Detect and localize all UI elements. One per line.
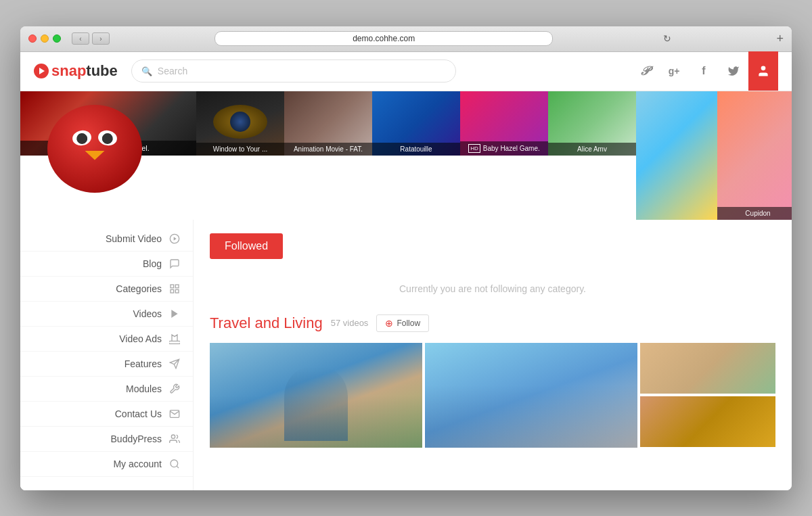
sidebar-label-buddypress: BuddyPress: [111, 433, 162, 444]
hero-cell-8[interactable]: Cupidon: [717, 91, 792, 220]
header-icons: 𝒫 g+ f: [629, 51, 778, 91]
pinterest-icon[interactable]: 𝒫: [629, 51, 659, 91]
svg-rect-6: [175, 289, 179, 293]
hero-cell-4[interactable]: Ratatouille: [372, 91, 460, 156]
sidebar-label-my-account: My account: [113, 459, 162, 469]
submit-video-icon: [168, 233, 181, 245]
sidebar-item-categories[interactable]: Categories: [20, 277, 193, 302]
followed-button[interactable]: Followed: [210, 233, 283, 259]
hero-cell-2[interactable]: Window to Your ...: [196, 91, 284, 156]
maximize-button[interactable]: [53, 34, 61, 43]
search-bar[interactable]: 🔍 Search: [131, 60, 456, 83]
hero-label-2: Window to Your ...: [196, 143, 284, 156]
hero-cell-5[interactable]: HD Baby Hazel Game.: [460, 91, 548, 156]
hero-label-6: Alice Amv: [548, 143, 636, 156]
user-icon[interactable]: [748, 51, 778, 91]
nav-buttons: ‹ ›: [72, 32, 110, 45]
svg-line-10: [177, 466, 179, 468]
follow-btn-label: Follow: [397, 319, 420, 328]
svg-point-8: [171, 435, 175, 438]
svg-marker-2: [174, 237, 177, 240]
sidebar-item-buddypress[interactable]: BuddyPress: [20, 427, 193, 452]
hero-cell-3[interactable]: Animation Movie - FAT.: [284, 91, 372, 156]
hero-cell-1[interactable]: Animation Movie - Sintel.: [20, 91, 196, 156]
categories-icon: [168, 283, 181, 295]
sidebar-label-video-ads: Video Ads: [119, 333, 162, 344]
main-content: Followed Currently you are not following…: [194, 220, 792, 490]
video-thumbnail-2[interactable]: [425, 343, 637, 448]
sidebar-item-features[interactable]: Features: [20, 352, 193, 377]
buddypress-icon: [168, 433, 181, 445]
reload-button[interactable]: ↻: [663, 33, 671, 44]
url-text: demo.cohhe.com: [353, 34, 415, 43]
sidebar: Submit Video Blog Categories: [20, 220, 194, 490]
svg-point-0: [761, 66, 766, 71]
modules-icon: [168, 383, 181, 395]
sidebar-item-contact-us[interactable]: Contact Us: [20, 402, 193, 427]
svg-rect-3: [171, 285, 174, 288]
facebook-icon[interactable]: f: [689, 51, 719, 91]
category-title: Travel and Living: [210, 314, 323, 332]
sidebar-label-videos: Videos: [133, 308, 162, 319]
site-header: snaptube 🔍 Search 𝒫 g+ f: [20, 52, 792, 91]
hero-label-8: Cupidon: [717, 207, 792, 220]
close-button[interactable]: [28, 34, 37, 43]
svg-rect-5: [171, 289, 174, 293]
hero-label-5: HD Baby Hazel Game.: [460, 141, 548, 156]
sidebar-label-features: Features: [125, 358, 162, 369]
hero-label-4: Ratatouille: [372, 143, 460, 156]
video-ads-icon: [168, 333, 181, 345]
video-thumbnail-1[interactable]: [210, 343, 422, 448]
new-tab-button[interactable]: +: [776, 32, 784, 45]
category-header: Travel and Living 57 videos ⊕ Follow: [210, 314, 775, 332]
sidebar-label-blog: Blog: [143, 258, 162, 269]
logo-play-icon: [34, 64, 49, 78]
sidebar-item-submit-video[interactable]: Submit Video: [20, 227, 193, 252]
svg-point-9: [171, 460, 178, 467]
traffic-lights: [28, 34, 61, 43]
hero-cell-6[interactable]: Alice Amv: [548, 91, 636, 156]
browser-titlebar: ‹ › demo.cohhe.com ↻ +: [20, 26, 792, 52]
back-button[interactable]: ‹: [72, 32, 89, 45]
my-account-icon: [168, 458, 181, 470]
browser-window: ‹ › demo.cohhe.com ↻ + snaptube 🔍 Search…: [20, 26, 792, 490]
features-icon: [168, 358, 181, 370]
video-thumbnail-stack: [640, 343, 775, 448]
sidebar-item-videos[interactable]: Videos: [20, 302, 193, 327]
follow-plus-icon: ⊕: [385, 318, 393, 329]
sidebar-item-video-ads[interactable]: Video Ads: [20, 327, 193, 352]
video-count: 57 videos: [331, 318, 369, 328]
twitter-icon[interactable]: [719, 51, 748, 91]
sidebar-label-contact-us: Contact Us: [115, 408, 162, 419]
logo-text: snaptube: [51, 62, 118, 80]
page: snaptube 🔍 Search 𝒫 g+ f: [20, 52, 792, 490]
hero-cell-7[interactable]: [636, 91, 717, 220]
hero-banner: Animation Movie - Sintel.: [20, 91, 792, 220]
sidebar-label-modules: Modules: [126, 383, 162, 394]
logo[interactable]: snaptube: [34, 62, 118, 80]
video-thumbnail-3a[interactable]: [640, 343, 775, 394]
video-grid: [210, 343, 775, 448]
search-placeholder: Search: [158, 66, 187, 76]
hero-label-3: Animation Movie - FAT.: [284, 143, 372, 156]
video-thumbnail-3b[interactable]: [640, 396, 775, 447]
sidebar-item-blog[interactable]: Blog: [20, 252, 193, 277]
empty-follow-message: Currently you are not following any cate…: [210, 270, 775, 314]
sidebar-label-submit-video: Submit Video: [106, 233, 162, 244]
blog-icon: [168, 258, 181, 270]
search-icon: 🔍: [141, 66, 152, 76]
sidebar-item-modules[interactable]: Modules: [20, 377, 193, 402]
minimize-button[interactable]: [41, 34, 49, 43]
contact-icon: [168, 408, 181, 420]
svg-rect-4: [175, 285, 179, 288]
videos-icon: [168, 308, 181, 320]
follow-button[interactable]: ⊕ Follow: [376, 314, 429, 332]
forward-button[interactable]: ›: [92, 32, 110, 45]
sidebar-item-my-account[interactable]: My account: [20, 452, 193, 477]
content-area: Submit Video Blog Categories: [20, 220, 792, 490]
address-bar[interactable]: demo.cohhe.com: [215, 31, 553, 46]
svg-marker-7: [171, 310, 177, 318]
googleplus-icon[interactable]: g+: [659, 51, 689, 91]
sidebar-label-categories: Categories: [116, 283, 162, 294]
